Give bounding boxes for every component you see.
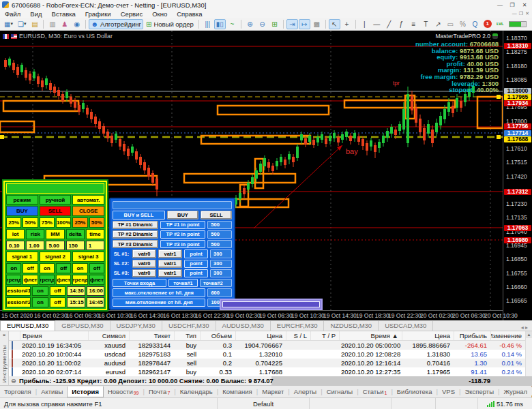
ea-green-button-on[interactable]: on — [32, 286, 48, 297]
symbol-tab-USDCHF,M30[interactable]: USDCHF,M30 — [162, 321, 216, 331]
ea-blue-button-300[interactable]: 300 — [210, 260, 232, 268]
table-row[interactable]: 2020.10.20 10:00:44usdcad182975183sell0.… — [9, 350, 532, 359]
ea-green-button-off[interactable]: off — [50, 286, 65, 297]
favorites-icon[interactable]: ▤ — [29, 19, 40, 29]
symbol-tab-EURCHF,M30[interactable]: EURCHF,M30 — [271, 321, 325, 331]
ea-green-button-тренд[interactable]: тренд — [6, 275, 21, 285]
data-window-icon[interactable]: ▥ — [46, 19, 58, 29]
ea-blue-button-vatr1[interactable]: vatr1 — [158, 269, 182, 277]
ea-blue-button-мин.отклонение от h/l. дня[interactable]: мин.отклонение от h/l. дня — [113, 299, 205, 307]
ea-green-button-100%[interactable]: 100% — [56, 217, 71, 228]
ea-green-button-MM[interactable]: MM — [46, 229, 64, 239]
trend-line-icon[interactable]: ╱ — [383, 19, 395, 29]
ea-blue-button-Точки входа[interactable]: Точки входа — [113, 279, 166, 287]
ea-blue-button-point[interactable]: point — [184, 249, 208, 258]
candles-chart-icon[interactable]: ▮▯ — [214, 19, 226, 29]
ea-green-button-time[interactable]: time — [86, 229, 104, 239]
toolbox-tab-Библиотека[interactable]: Библиотека — [393, 387, 437, 397]
toolbox-tab-Эксперты[interactable]: Эксперты — [460, 387, 498, 397]
ea-blue-button-SELL[interactable]: SELL — [201, 211, 232, 219]
ea-green-button-session#1:[interactable]: session#1: — [6, 286, 31, 297]
ea-blue-button-точка#1[interactable]: точка#1 — [168, 279, 198, 287]
toolbox-tab-Торговля[interactable]: Торговля — [0, 387, 35, 397]
shapes-icon[interactable]: ▭ — [445, 19, 456, 29]
ea-green-button-тренд[interactable]: тренд — [72, 275, 87, 285]
ea-green-button-16:45[interactable]: 16:45 — [87, 297, 104, 307]
zoom-out-icon[interactable]: ⊖ — [256, 19, 268, 29]
ea-green-button-on[interactable]: on — [40, 263, 55, 273]
ea-blue-button-500[interactable]: 500 — [207, 230, 232, 239]
close-button[interactable]: ✕ — [519, 1, 530, 9]
ea-green-button-50%[interactable]: 50% — [23, 217, 38, 228]
menu-item-Окно[interactable]: Окно — [147, 10, 172, 18]
text-tool-icon[interactable]: T — [420, 19, 432, 29]
toolbox-close-icon[interactable]: × — [3, 332, 6, 338]
ea-blue-button-TP #1 Dinamic[interactable]: TP #1 Dinamic — [113, 221, 158, 229]
table-row[interactable]: 2020.10.19 16:34:05xauusd182933144buy0.3… — [9, 341, 532, 350]
ea-green-button-on[interactable]: on — [6, 263, 21, 273]
new-chart-icon[interactable]: ▦▾ — [2, 19, 15, 29]
ea-blue-button-point[interactable]: point — [184, 260, 208, 268]
scroll-up-icon[interactable]: ▲ — [526, 331, 532, 338]
mdi-minimize-button[interactable]: — — [512, 11, 517, 16]
column-header-Тип[interactable]: Тип — [174, 331, 200, 340]
ea-blue-button-point[interactable]: point — [184, 269, 208, 277]
ea-green-button-on[interactable]: on — [32, 297, 48, 307]
connection-bar[interactable] — [507, 19, 529, 29]
table-row[interactable]: 2020.10.20 11:00:02audusd182978447sell0.… — [9, 359, 532, 367]
arrow-tool-icon[interactable]: ↗ — [432, 19, 444, 29]
toolbox-tab-Компания[interactable]: Компания — [218, 387, 256, 397]
mdi-close-button[interactable]: ✕ — [525, 11, 529, 16]
chart-shift-icon[interactable]: ↦ — [299, 19, 310, 29]
toolbox-tab-Календарь[interactable]: Календарь — [176, 387, 217, 397]
ea-green-button-75%[interactable]: 75% — [40, 217, 55, 228]
ea-blue-button-SL #1:[interactable]: SL #1: — [113, 249, 130, 258]
ea-green-button-автомат.[interactable]: автомат. — [72, 195, 104, 205]
mdi-restore-button[interactable]: ❐ — [519, 11, 523, 16]
price-axis[interactable]: 1.183701.182751.181801.180851.178951.178… — [503, 31, 532, 320]
ea-green-button-1.00[interactable]: 1.00 — [26, 241, 44, 251]
toolbox-tab-Новости[interactable]: Новости99 — [104, 387, 143, 397]
auto-scroll-icon[interactable]: ⇥ — [286, 19, 298, 29]
channels-icon[interactable]: ≡ — [408, 19, 419, 29]
menu-item-Сервис[interactable]: Сервис — [116, 10, 148, 18]
ea-green-button-ручной[interactable]: ручной — [40, 195, 72, 205]
status-latency-cell[interactable]: 51.76 ms — [477, 398, 532, 409]
vertical-line-icon[interactable]: | — [359, 19, 370, 29]
history-table-header[interactable]: ВремяСимволТикетТипОбъемЦенаS / LT / PВр… — [9, 331, 532, 341]
toolbox-tab-Алерты[interactable]: Алерты — [290, 387, 321, 397]
table-row[interactable]: 2020.10.20 02:07:14eurusd182962147buy0.3… — [9, 367, 532, 376]
toolbox-tab-Почта[interactable]: Почта7 — [145, 387, 174, 397]
ea-blue-button-300[interactable]: 300 — [210, 249, 232, 258]
ea-green-button-off[interactable]: off — [56, 263, 71, 273]
ea-green-button-session#2:[interactable]: session#2: — [6, 297, 31, 307]
maximize-button[interactable]: ❐ — [507, 1, 518, 9]
ea-blue-button-vatr1[interactable]: vatr1 — [158, 260, 182, 268]
ea-green-button-16:00[interactable]: 16:00 — [87, 286, 104, 297]
menu-item-Графики[interactable]: Графики — [80, 10, 116, 18]
ea-blue-button-BUY[interactable]: BUY — [167, 211, 198, 219]
ea-green-button-25%[interactable]: 25% — [6, 217, 21, 228]
ea-blue-button-TP #1 in point[interactable]: TP #1 in point — [160, 221, 206, 229]
menu-item-Файл[interactable]: Файл — [0, 10, 25, 18]
toolbox-tab-Сигналы[interactable]: Сигналы — [323, 387, 357, 397]
toolbox-tab-Статьи[interactable]: Статьи1 — [359, 387, 391, 397]
tab-scroll-arrows[interactable]: ◂ ▸ — [521, 324, 532, 331]
alerts-badge[interactable]: 1 — [482, 19, 494, 29]
ea-blue-button-точка#2[interactable]: точка#2 — [200, 279, 232, 287]
menu-item-Справка[interactable]: Справка — [172, 10, 207, 18]
market-watch-icon[interactable]: ♟ — [59, 19, 70, 29]
symbol-tab-GBPUSD,M30[interactable]: GBPUSD,M30 — [55, 321, 110, 331]
ea-blue-button-vatr0[interactable]: vatr0 — [132, 260, 156, 268]
ea-green-button-BUY[interactable]: BUY — [6, 206, 38, 216]
time-axis[interactable]: 15 Oct 202016 Oct 02:3016 Oct 06:3016 Oc… — [0, 310, 503, 320]
toolbox-tab-Активы[interactable]: Активы — [37, 387, 67, 397]
ea-blue-button-500[interactable]: 500 — [207, 221, 232, 229]
menu-item-Вставка[interactable]: Вставка — [47, 10, 80, 18]
ea-green-button-флет[interactable]: флет — [23, 275, 38, 285]
symbol-tab-USDJPY,M30[interactable]: USDJPY,M30 — [110, 321, 162, 331]
toolbox-tab-VPS[interactable]: VPS — [438, 387, 459, 397]
ea-green-button-15:15[interactable]: 15:15 — [67, 297, 85, 307]
table-scrollbar[interactable]: ▲ — [525, 331, 532, 376]
new-order-button[interactable]: ⊞Новый ордер — [144, 19, 196, 29]
